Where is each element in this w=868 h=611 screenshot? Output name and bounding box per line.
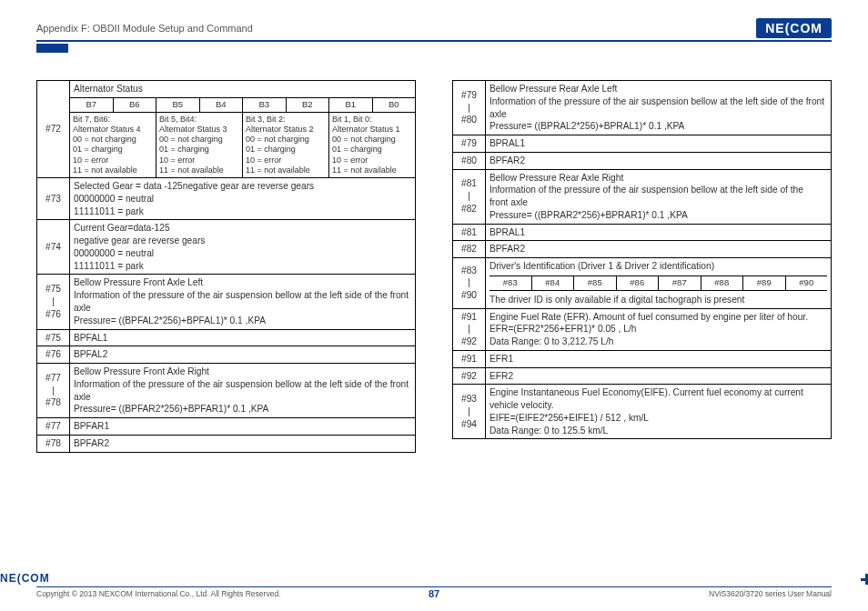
obd-table-right: #79 | #80 Bellow Pressure Rear Axle Left… <box>452 80 832 439</box>
row-value: EFR2 <box>486 367 832 385</box>
row-content: Bellow Pressure Rear Axle Right Informat… <box>486 169 832 224</box>
row-index: #76 <box>37 346 70 364</box>
row-content: Engine Instantaneous Fuel Economy(EIFE).… <box>486 385 832 439</box>
row-value: BPFAR2 <box>70 435 416 452</box>
driver-id-cells: #83#84 #85#86 #87#88 #89#90 <box>490 275 827 291</box>
row-value: EFR1 <box>486 350 832 367</box>
row-value: BPFAR2 <box>486 152 832 169</box>
footer-logo: NE(COM <box>0 572 50 585</box>
row-index: #74 <box>37 220 70 275</box>
corner-icon <box>857 574 868 585</box>
obd-table-left: #72 Alternator Status B7B6 B5B4 B3B2 B1B… <box>36 80 416 453</box>
row-index: #73 <box>37 178 70 220</box>
row-index: #79 <box>453 135 486 153</box>
row-index: #92 <box>453 367 486 385</box>
row-index: #75 | #76 <box>37 275 70 329</box>
row-index: #82 <box>453 241 486 258</box>
row-index: #78 <box>37 435 70 452</box>
row-content: Selected Gear = data -125negative gear a… <box>70 178 416 220</box>
row-index: #72 <box>37 81 70 178</box>
row-value: BPRAL1 <box>486 135 832 153</box>
row-index: #91 <box>453 350 486 367</box>
row-index: #93 | #94 <box>453 385 486 439</box>
row-title: Alternator Status <box>70 81 416 98</box>
row-content: Bellow Pressure Front Axle Right Informa… <box>70 364 416 418</box>
row-index: #81 <box>453 224 486 241</box>
row-value: BPFAL1 <box>70 329 416 346</box>
blue-accent-bar <box>36 44 68 53</box>
header-logo: NE(COM <box>756 18 832 38</box>
manual-title: NViS3620/3720 series User Manual <box>709 589 832 598</box>
row-content: Engine Fuel Rate (EFR). Amount of fuel c… <box>486 308 832 350</box>
row-index: #77 <box>37 418 70 436</box>
row-index: #75 <box>37 329 70 346</box>
row-index: #80 <box>453 152 486 169</box>
row-value: BPFAR2 <box>486 241 832 258</box>
bit-header: B7B6 B5B4 B3B2 B1B0 <box>70 98 415 112</box>
row-content: Bellow Pressure Front Axle Left Informat… <box>70 275 416 329</box>
row-index: #77 | #78 <box>37 364 70 418</box>
page-number: 87 <box>429 588 439 599</box>
row-value: BPFAL2 <box>70 346 416 364</box>
row-value: BPRAL1 <box>486 224 832 241</box>
row-content: Current Gear=data-125 negative gear are … <box>70 220 416 275</box>
alternator-status-detail: Bit 7, Bit6: Alternator Status 4 00 = no… <box>70 113 415 178</box>
row-index: #91 | #92 <box>453 308 486 350</box>
appendix-title: Appendix F: OBDII Module Setup and Comma… <box>36 23 253 34</box>
row-index: #81 | #82 <box>453 169 486 224</box>
copyright-text: Copyright © 2013 NEXCOM International Co… <box>36 589 280 598</box>
row-index: #79 | #80 <box>453 81 486 135</box>
row-value: BPFAR1 <box>70 418 416 436</box>
row-index: #83 | #90 <box>453 258 486 308</box>
row-content: Bellow Pressure Rear Axle Left Informati… <box>486 81 832 135</box>
row-content: Driver's Identification (Driver 1 & Driv… <box>486 258 832 308</box>
